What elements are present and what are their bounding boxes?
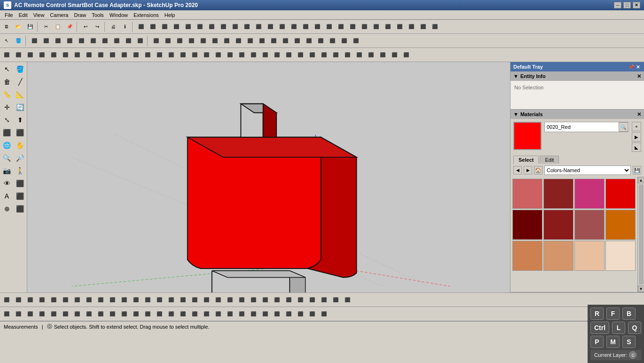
tb2-b10[interactable]: ⬛ xyxy=(134,35,146,47)
walk-btn[interactable]: 🚶 xyxy=(14,165,26,177)
tb3-b28[interactable]: ⬛ xyxy=(318,49,330,61)
tb2-b17[interactable]: ⬛ xyxy=(221,35,232,47)
material-arrow-button[interactable]: ▶ xyxy=(632,132,641,142)
btb2-b6[interactable]: ⬛ xyxy=(60,308,71,320)
tb3-b25[interactable]: ⬛ xyxy=(283,49,294,61)
btb2-b8[interactable]: ⬛ xyxy=(83,308,94,320)
move-btn[interactable]: ✛ xyxy=(1,101,13,113)
tb3-b12[interactable]: ⬛ xyxy=(130,49,141,61)
material-forward-button[interactable]: ▶ xyxy=(524,166,532,174)
entity-info-close[interactable]: ✕ xyxy=(637,73,641,79)
tb3-b31[interactable]: ⬛ xyxy=(353,49,365,61)
tb3-b24[interactable]: ⬛ xyxy=(271,49,283,61)
dim-btn[interactable]: ⬛ xyxy=(14,190,26,202)
zoom-btn[interactable]: 🔍 xyxy=(1,152,13,164)
tb2-b26[interactable]: ⬛ xyxy=(327,35,338,47)
tb3-b22[interactable]: ⬛ xyxy=(248,49,259,61)
material-back-button[interactable]: ◀ xyxy=(513,166,522,174)
new-button[interactable]: 🗎 xyxy=(1,21,12,32)
menu-item-camera[interactable]: Camera xyxy=(47,11,71,19)
btb-b6[interactable]: ⬛ xyxy=(60,294,71,306)
btn-17[interactable]: ⬛ xyxy=(276,21,288,32)
btb2-b21[interactable]: ⬛ xyxy=(236,308,247,320)
btb-b17[interactable]: ⬛ xyxy=(189,294,200,306)
btb2-b3[interactable]: ⬛ xyxy=(24,308,36,320)
btb-b14[interactable]: ⬛ xyxy=(154,294,165,306)
btb-b28[interactable]: ⬛ xyxy=(318,294,330,306)
btb2-b28[interactable]: ⬛ xyxy=(318,308,330,320)
tb3-b33[interactable]: ⬛ xyxy=(377,49,388,61)
tb3-b23[interactable]: ⬛ xyxy=(259,49,271,61)
swatch-11[interactable] xyxy=(605,241,636,271)
btn-28[interactable]: ⬛ xyxy=(406,21,417,32)
btb-b20[interactable]: ⬛ xyxy=(224,294,236,306)
btb-b2[interactable]: ⬛ xyxy=(13,294,24,306)
swatch-10[interactable] xyxy=(574,241,605,271)
btb2-b5[interactable]: ⬛ xyxy=(48,308,59,320)
tb2-b25[interactable]: ⬛ xyxy=(315,35,326,47)
swatch-7[interactable] xyxy=(605,210,636,240)
kb-key-ctrl[interactable]: Ctrl xyxy=(590,322,609,334)
tb3-b9[interactable]: ⬛ xyxy=(95,49,106,61)
tb2-b8[interactable]: ⬛ xyxy=(111,35,122,47)
btb2-b7[interactable]: ⬛ xyxy=(71,308,83,320)
entity-info-header[interactable]: ▼ Entity Info ✕ xyxy=(510,71,644,81)
tray-pin-button[interactable]: 📌 xyxy=(628,63,635,70)
tb3-b20[interactable]: ⬛ xyxy=(224,49,236,61)
scroll-down-button[interactable]: ▼ xyxy=(638,285,644,292)
comp-btn[interactable]: ⬛ xyxy=(14,203,26,215)
tb3-b10[interactable]: ⬛ xyxy=(107,49,118,61)
tb2-b27[interactable]: ⬛ xyxy=(338,35,350,47)
kb-key-r[interactable]: R xyxy=(590,308,604,320)
tb3-b30[interactable]: ⬛ xyxy=(342,49,353,61)
btb-b27[interactable]: ⬛ xyxy=(306,294,318,306)
redo-button[interactable]: ↪ xyxy=(92,21,103,32)
btn-13[interactable]: ⬛ xyxy=(229,21,241,32)
swatch-0[interactable] xyxy=(512,179,542,209)
tb2-b4[interactable]: ⬛ xyxy=(64,35,75,47)
protractor-btn[interactable]: 📐 xyxy=(14,88,26,101)
btb-b5[interactable]: ⬛ xyxy=(48,294,59,306)
orbit-btn[interactable]: 🌐 xyxy=(1,139,13,151)
btb2-b2[interactable]: ⬛ xyxy=(13,308,24,320)
btb-b19[interactable]: ⬛ xyxy=(212,294,224,306)
viewport[interactable] xyxy=(27,62,510,292)
tab-edit[interactable]: Edit xyxy=(540,156,559,164)
btn-16[interactable]: ⬛ xyxy=(265,21,276,32)
btb2-b20[interactable]: ⬛ xyxy=(224,308,236,320)
copy-button[interactable]: 📋 xyxy=(52,21,63,32)
tb2-b13[interactable]: ⬛ xyxy=(174,35,185,47)
btb-b25[interactable]: ⬛ xyxy=(283,294,294,306)
scale-btn[interactable]: ⤡ xyxy=(1,114,13,126)
btb2-b17[interactable]: ⬛ xyxy=(189,308,200,320)
menu-item-tools[interactable]: Tools xyxy=(89,11,107,19)
swatch-5[interactable] xyxy=(543,210,573,240)
tb3-b5[interactable]: ⬛ xyxy=(48,49,59,61)
minimize-button[interactable]: ─ xyxy=(614,2,621,8)
swatch-1[interactable] xyxy=(543,179,573,209)
btn-21[interactable]: ⬛ xyxy=(323,21,335,32)
btn-22[interactable]: ⬛ xyxy=(335,21,346,32)
btn-14[interactable]: ⬛ xyxy=(241,21,252,32)
save-button[interactable]: 💾 xyxy=(24,21,36,32)
btb2-b26[interactable]: ⬛ xyxy=(295,308,306,320)
tb3-b15[interactable]: ⬛ xyxy=(165,49,177,61)
btb2-b13[interactable]: ⬛ xyxy=(142,308,153,320)
btb-b8[interactable]: ⬛ xyxy=(83,294,94,306)
material-save-button[interactable]: 💾 xyxy=(633,166,641,174)
btb2-b4[interactable]: ⬛ xyxy=(36,308,47,320)
btb2-b22[interactable]: ⬛ xyxy=(248,308,259,320)
close-button[interactable]: ✕ xyxy=(633,2,640,8)
btb-b3[interactable]: ⬛ xyxy=(24,294,36,306)
btn-12[interactable]: ⬛ xyxy=(218,21,229,32)
tb3-b18[interactable]: ⬛ xyxy=(201,49,212,61)
swatch-8[interactable] xyxy=(512,241,542,271)
tb3-b1[interactable]: ⬛ xyxy=(1,49,12,61)
tb3-b26[interactable]: ⬛ xyxy=(295,49,306,61)
tb2-b6[interactable]: ⬛ xyxy=(87,35,99,47)
menu-item-help[interactable]: Help xyxy=(162,11,178,19)
btn-9[interactable]: ⬛ xyxy=(182,21,194,32)
pan-btn[interactable]: ✋ xyxy=(14,139,26,151)
btb-b7[interactable]: ⬛ xyxy=(71,294,83,306)
btb-b26[interactable]: ⬛ xyxy=(295,294,306,306)
